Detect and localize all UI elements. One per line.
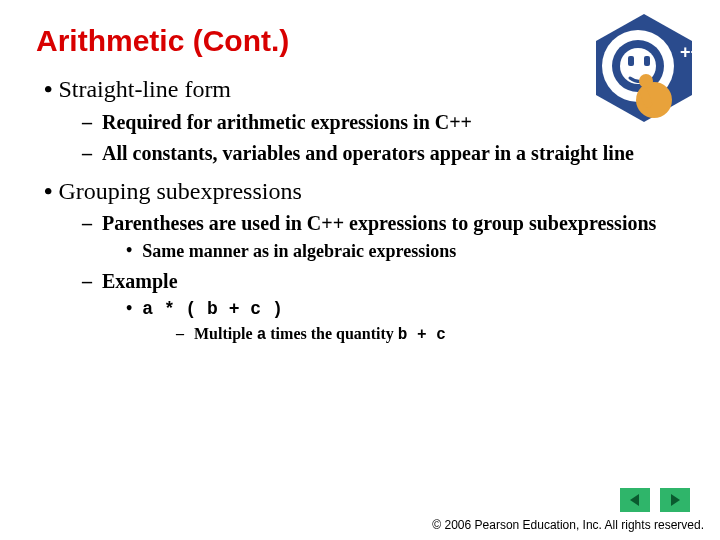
nav-controls — [620, 488, 690, 512]
bullet-dot-icon — [126, 240, 132, 262]
l2-text: All constants, variables and operators a… — [102, 141, 634, 166]
l1-heading: Straight-line form — [58, 76, 231, 104]
bullet-list-level3: a * ( b + c ) Multiple a times the quant… — [82, 298, 684, 346]
prev-button[interactable] — [620, 488, 650, 512]
l3-text: Same manner as in algebraic expressions — [142, 240, 456, 263]
list-item: All constants, variables and operators a… — [82, 141, 684, 166]
list-item: Parentheses are used in C++ expressions … — [82, 211, 684, 263]
bullet-dash-icon — [82, 211, 92, 235]
svg-rect-4 — [628, 56, 634, 66]
l2-text: Parentheses are used in C++ expressions … — [102, 211, 656, 236]
copyright-footer: © 2006 Pearson Education, Inc. All right… — [432, 518, 704, 532]
bullet-list-level4: Multiple a times the quantity b + c — [126, 324, 684, 345]
list-item: Multiple a times the quantity b + c — [176, 324, 684, 345]
svg-text:++: ++ — [680, 42, 701, 62]
l4-code2: b + c — [398, 326, 446, 344]
bullet-dash-icon — [82, 141, 92, 165]
l1-heading: Grouping subexpressions — [58, 178, 301, 206]
l4-code1: a — [257, 326, 267, 344]
bullet-dash-icon — [82, 269, 92, 293]
bullet-dot-icon — [44, 178, 52, 204]
next-button[interactable] — [660, 488, 690, 512]
list-item: Same manner as in algebraic expressions — [126, 240, 684, 263]
cpp-thinking-logo: ++ — [584, 8, 704, 128]
l2-text: Example — [102, 269, 178, 294]
bullet-list-level2: Parentheses are used in C++ expressions … — [44, 211, 684, 345]
l3-code: a * ( b + c ) — [142, 298, 282, 321]
list-item: a * ( b + c ) Multiple a times the quant… — [126, 298, 684, 346]
svg-marker-11 — [671, 494, 680, 506]
list-item: Grouping subexpressions Parentheses are … — [44, 178, 684, 346]
svg-rect-5 — [644, 56, 650, 66]
l4-pre: Multiple — [194, 325, 257, 342]
triangle-left-icon — [628, 493, 642, 507]
triangle-right-icon — [668, 493, 682, 507]
l2-text: Required for arithmetic expressions in C… — [102, 110, 472, 135]
slide: ++ Arithmetic (Cont.) Straight-line form… — [0, 0, 720, 540]
l4-text: Multiple a times the quantity b + c — [194, 324, 446, 345]
svg-point-9 — [639, 74, 653, 88]
bullet-dot-icon — [126, 298, 132, 320]
bullet-dash-icon — [82, 110, 92, 134]
l4-mid: times the quantity — [266, 325, 398, 342]
bullet-dash-icon — [176, 324, 184, 343]
list-item: Example a * ( b + c ) — [82, 269, 684, 346]
svg-marker-10 — [630, 494, 639, 506]
bullet-list-level3: Same manner as in algebraic expressions — [82, 240, 684, 263]
bullet-dot-icon — [44, 76, 52, 102]
svg-point-7 — [636, 82, 672, 118]
